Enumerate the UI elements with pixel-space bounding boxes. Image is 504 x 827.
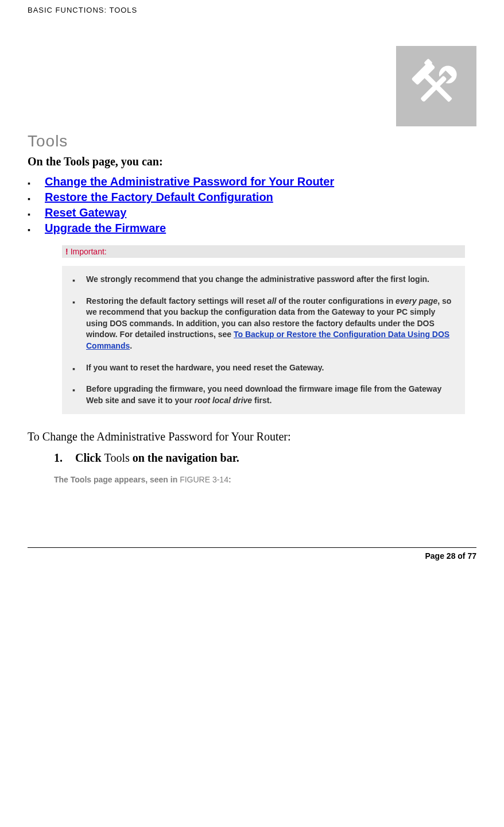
step-1: 1. Click Tools on the navigation bar. (54, 451, 476, 465)
important-item-2: Restoring the default factory settings w… (72, 296, 455, 352)
important-item-3: If you want to reset the hardware, you n… (72, 362, 455, 374)
important-label: Important: (71, 247, 107, 256)
important-item-4: Before upgrading the firmware, you need … (72, 384, 455, 406)
figure-ref: FIGURE 3-14 (180, 475, 228, 484)
warning-icon: ! (65, 247, 68, 256)
intro-text: On the Tools page, you can: (28, 155, 476, 168)
link-restore-defaults[interactable]: Restore the Factory Default Configuratio… (28, 191, 476, 204)
important-item-1: We strongly recommend that you change th… (72, 274, 455, 285)
action-links: Change the Administrative Password for Y… (28, 175, 476, 235)
step-result: The Tools page appears, seen in FIGURE 3… (54, 475, 476, 484)
page-footer: Page 28 of 77 (28, 547, 476, 561)
tools-icon (396, 46, 476, 126)
link-change-password[interactable]: Change the Administrative Password for Y… (28, 175, 476, 188)
link-reset-gateway[interactable]: Reset Gateway (28, 206, 476, 219)
page-header: BASIC FUNCTIONS: TOOLS (28, 6, 476, 14)
svg-rect-3 (420, 75, 447, 102)
important-callout: !Important: We strongly recommend that y… (62, 245, 465, 414)
step-number: 1. (54, 451, 63, 465)
link-upgrade-firmware[interactable]: Upgrade the Firmware (28, 222, 476, 235)
section-heading: To Change the Administrative Password fo… (28, 430, 476, 443)
page-title: Tools (28, 132, 476, 150)
important-header: !Important: (62, 245, 465, 258)
